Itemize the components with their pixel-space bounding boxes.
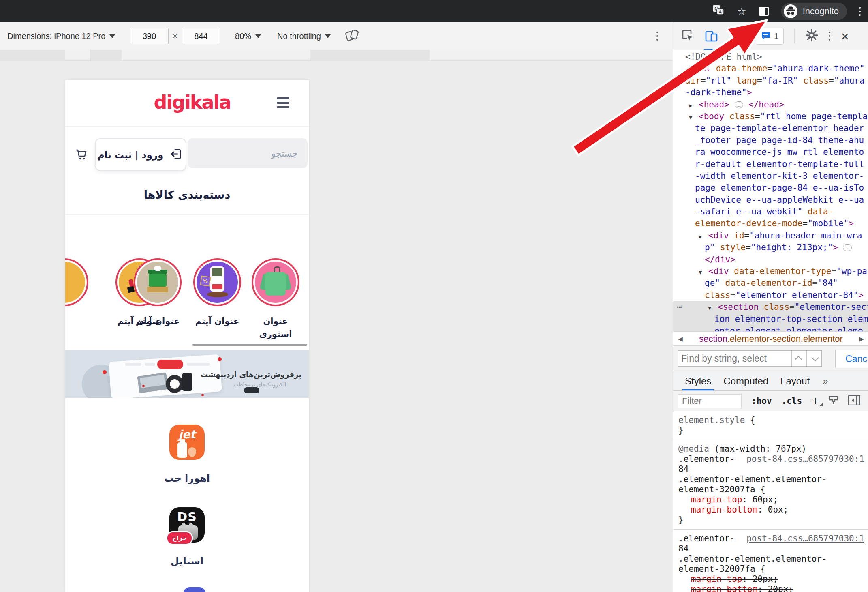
tree-line[interactable]: r-default elementor-template-full <box>673 159 868 170</box>
rotate-viewport-icon[interactable] <box>344 28 360 44</box>
tree-line[interactable]: _footer page page-id-84 theme-ahu <box>673 135 868 146</box>
devtools-menu-icon[interactable] <box>829 32 830 41</box>
more-tabs-icon[interactable]: » <box>823 375 828 387</box>
css-rule-block[interactable]: .elementor-post-84.css…685797030:184.ele… <box>673 530 868 592</box>
tree-line[interactable]: te page-template-elementor_header <box>673 122 868 134</box>
translate-icon[interactable]: G A <box>712 5 725 18</box>
tree-line[interactable]: class="elementor elementor-84"> <box>673 290 868 301</box>
tree-line[interactable]: ion elementor-top-section elem <box>673 313 868 325</box>
tab-computed[interactable]: Computed <box>723 371 769 390</box>
find-cancel-button[interactable]: Cancel <box>835 350 868 368</box>
story-item[interactable]: % عنوان آیتم <box>189 258 246 328</box>
paintbrush-icon[interactable] <box>828 395 839 407</box>
css-selector-line[interactable]: } <box>678 515 864 525</box>
tab-layout[interactable]: Layout <box>780 371 810 390</box>
tree-line[interactable]: ⋯▼<section class="elementor-sect <box>673 301 868 313</box>
story-image-cream-jar <box>137 262 178 303</box>
tree-line[interactable]: page elementor-page-84 e--ua-isTo <box>673 182 868 194</box>
css-selector-line[interactable]: element-32007fa { <box>678 564 864 574</box>
css-rule-block[interactable]: element.style {} <box>673 411 868 440</box>
toggle-classes-button[interactable]: .cls <box>782 396 802 406</box>
story-item[interactable]: عنوان آیتم <box>129 258 186 328</box>
app-link-style[interactable]: DS حراج استایل <box>65 507 309 567</box>
zoom-dropdown[interactable]: 80% <box>235 32 261 41</box>
css-property[interactable]: margin-top: 20px; <box>678 574 864 584</box>
close-devtools-icon[interactable]: × <box>841 29 849 43</box>
css-selector-line[interactable]: } <box>678 425 864 435</box>
bookmark-star-icon[interactable]: ☆ <box>737 6 746 17</box>
css-selector-line[interactable]: 84 <box>678 464 864 474</box>
find-input[interactable] <box>678 351 791 366</box>
stylesheet-link[interactable]: post-84.css…685797030:1 <box>746 454 864 464</box>
banner-cta-button[interactable] <box>244 387 259 393</box>
issues-counter[interactable]: 1 <box>756 28 784 45</box>
cart-icon[interactable] <box>74 147 88 163</box>
story-item-partial[interactable] <box>65 258 93 306</box>
tree-line[interactable]: -safari e--ua-webkit" data- <box>673 206 868 218</box>
css-selector-line[interactable]: .elementor-post-84.css…685797030:1 <box>678 534 864 544</box>
css-property[interactable]: margin-bottom: 0px; <box>678 505 864 515</box>
toggle-device-toolbar-icon[interactable] <box>705 22 718 50</box>
tree-line[interactable]: </div> <box>673 254 868 266</box>
tree-line[interactable]: ge" data-elementor-id="84" <box>673 277 868 289</box>
css-selector-line[interactable]: .elementor-post-84.css…685797030:1 <box>678 454 864 464</box>
new-style-rule-button[interactable]: + <box>812 395 819 407</box>
tree-line[interactable]: uchDevice e--ua-appleWebkit e--ua <box>673 194 868 206</box>
tree-line[interactable]: p" style="height: 213px;"> … <box>673 242 868 253</box>
banner-subtitle: الکترونیک‌های پرمخاطب <box>233 382 286 388</box>
css-rule-block[interactable]: @media (max-width: 767px).elementor-post… <box>673 440 868 530</box>
browser-menu-icon[interactable] <box>859 7 861 16</box>
tree-line[interactable]: entor-element elementor-eleme <box>673 325 868 331</box>
stylesheet-link[interactable]: post-84.css…685797030:1 <box>746 534 864 544</box>
styles-filter-row: :hov .cls + <box>673 391 868 411</box>
search-input[interactable] <box>188 138 308 168</box>
tree-line[interactable]: ra woocommerce-js mw_rtl elemento <box>673 146 868 158</box>
find-next-icon[interactable] <box>806 351 821 366</box>
breadcrumb-selected-node[interactable]: section.elementor-section.elementor <box>687 334 855 344</box>
side-panel-icon[interactable] <box>759 7 769 16</box>
css-selector-line[interactable]: 84 <box>678 544 864 554</box>
css-selector-line[interactable]: element-32007fa { <box>678 485 864 495</box>
incognito-badge[interactable]: Incognito <box>781 3 847 20</box>
breadcrumb-right-icon[interactable]: ▶ <box>855 335 868 343</box>
css-property[interactable]: margin-top: 60px; <box>678 495 864 505</box>
hamburger-menu-icon[interactable] <box>277 97 289 108</box>
inspect-element-icon[interactable] <box>681 29 694 43</box>
throttling-dropdown[interactable]: No throttling <box>277 32 331 41</box>
media-query-ruler[interactable] <box>0 50 673 61</box>
viewport-width-input[interactable] <box>130 28 169 44</box>
css-property[interactable]: margin-bottom: 20px; <box>678 584 864 592</box>
settings-gear-icon[interactable] <box>805 29 818 43</box>
story-item[interactable]: عنوان استوری <box>247 258 304 341</box>
css-selector-line[interactable]: @media (max-width: 767px) <box>678 444 864 454</box>
next-app-icon-partial <box>183 587 206 592</box>
tree-line[interactable]: ▼<body class="rtl home page-templa <box>673 111 868 122</box>
css-selector-line[interactable]: .elementor-element.elementor- <box>678 474 864 485</box>
find-bar: Cancel <box>673 345 868 371</box>
tree-line[interactable]: <!DOCTYPE html> <box>673 51 868 63</box>
dimensions-dropdown[interactable]: Dimensions: iPhone 12 Pro <box>7 32 105 41</box>
tree-line[interactable]: ▶<head> … </head> <box>673 99 868 111</box>
digikala-logo[interactable]: digikala <box>154 91 231 113</box>
viewport-height-input[interactable] <box>182 28 220 44</box>
tree-line[interactable]: ▶<div id="ahura-header-main-wra <box>673 230 868 242</box>
breadcrumb-left-icon[interactable]: ◀ <box>673 335 687 343</box>
find-previous-icon[interactable] <box>791 351 806 366</box>
tree-line[interactable]: elementor-device-mode="mobile"> <box>673 218 868 230</box>
tree-line[interactable]: dir="rtl" lang="fa-IR" class="ahura <box>673 75 868 87</box>
device-toolbar-menu-icon[interactable] <box>656 32 658 41</box>
toggle-hover-state-button[interactable]: :hov <box>751 396 772 406</box>
tree-line[interactable]: <html data-theme="ahura-dark-theme" <box>673 63 868 75</box>
tree-line[interactable]: -width elementor-kit-3 elementor- <box>673 170 868 182</box>
css-selector-line[interactable]: .elementor-element.elementor- <box>678 554 864 564</box>
login-button[interactable]: ورود | ثبت نام <box>95 138 186 171</box>
tree-line[interactable]: ▼<div data-elementor-type="wp-pa <box>673 266 868 277</box>
app-link-jet[interactable]: jet اهورا جت <box>65 425 309 484</box>
tab-styles[interactable]: Styles <box>684 371 712 390</box>
css-selector-line[interactable]: element.style { <box>678 415 864 425</box>
promo-banner[interactable]: پرفروش‌ترین‌های اردیبهشت الکترونیک‌های پ… <box>65 350 309 398</box>
computed-sidebar-toggle-icon[interactable] <box>848 395 860 407</box>
tree-line[interactable]: -dark-theme"> <box>673 87 868 99</box>
stories-scrollbar[interactable] <box>192 344 307 346</box>
styles-filter-input[interactable] <box>678 394 742 408</box>
